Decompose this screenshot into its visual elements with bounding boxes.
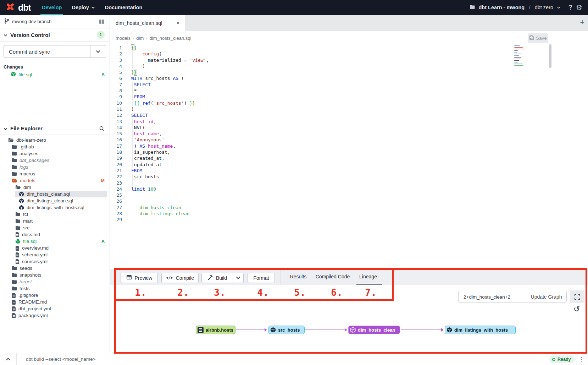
tree-item-dbt-packages[interactable]: dbt_packages (0, 157, 110, 164)
line-number: 15 (110, 131, 122, 137)
line-number: 10 (110, 100, 122, 106)
folder-icon (12, 171, 17, 176)
tree-item-sources-yml[interactable]: sources.yml (0, 258, 110, 265)
version-control-title: Version Control (10, 32, 50, 38)
code-line: 9 FROM (110, 94, 536, 100)
tree-item--github[interactable]: .github (0, 143, 110, 150)
lineage-filter-input[interactable] (458, 291, 526, 303)
format-button[interactable]: Format (248, 273, 275, 283)
kebab-menu-icon[interactable]: ⋮ (578, 356, 584, 363)
commit-options-chevron[interactable] (90, 45, 106, 58)
environment-selector[interactable]: dbt zero (535, 5, 553, 10)
tree-item-src[interactable]: src (0, 224, 110, 231)
help-icon[interactable]: ? (568, 4, 572, 11)
tree-item-snapshots[interactable]: snapshots (0, 272, 110, 278)
tree-item-mart[interactable]: mart (0, 218, 110, 224)
version-control-header[interactable]: Version Control 1 (0, 28, 110, 42)
tree-item-dbt-learn-zero[interactable]: dbt-learn-zero (0, 137, 110, 143)
command-hint: dbt build --select <model_name> (26, 356, 96, 362)
tree-item-dbt-project-yml[interactable]: dbt_project.yml (0, 305, 110, 312)
close-icon[interactable]: × (176, 20, 180, 27)
line-number: 24 (110, 186, 122, 192)
tab-results[interactable]: Results (290, 274, 307, 279)
tree-item-readme-md[interactable]: README.md (0, 299, 110, 305)
tree-item-overview-md[interactable]: overview.md (0, 245, 110, 251)
tree-item-dim[interactable]: dim (0, 184, 110, 191)
tree-item-dim-hosts-clean-sql[interactable]: dim_hosts_clean.sql (0, 191, 110, 197)
build-button[interactable]: Build (201, 273, 233, 283)
changed-file-row[interactable]: file.sql A (0, 71, 110, 78)
settings-gear-icon[interactable]: ⚙ (576, 3, 582, 12)
file-icon (12, 306, 16, 311)
nav-documentation[interactable]: Documentation (100, 0, 148, 15)
tree-item-file-sql[interactable]: file.sqlA (0, 238, 110, 245)
tree-item-docs-md[interactable]: docs.md (0, 231, 110, 238)
fullscreen-button[interactable] (570, 290, 584, 303)
reset-view-icon[interactable]: ↺ (573, 305, 580, 314)
git-branch-icon (4, 18, 9, 25)
account-name[interactable]: dbt Learn - mwong (479, 5, 525, 10)
build-options-chevron[interactable] (233, 273, 244, 283)
tree-item-analyses[interactable]: analyses (0, 150, 110, 157)
tree-item-schema-yml[interactable]: schema.yml (0, 251, 110, 258)
save-button[interactable]: Save (528, 33, 548, 43)
tree-item-target[interactable]: target (0, 278, 110, 285)
code-line: 5}} (110, 69, 536, 75)
line-number: 17 (110, 143, 122, 149)
compile-button[interactable]: </> Compile (161, 273, 199, 283)
tree-item-dim-listings-with-hosts-sql[interactable]: dim_listings_with_hosts.sql (0, 204, 110, 211)
tree-item-models[interactable]: modelsM (0, 177, 110, 184)
chevron-up-icon[interactable] (0, 358, 16, 361)
save-floppy-icon (529, 35, 534, 41)
code-editor[interactable]: 1{{2 config(3 materialized = 'view',4 )5… (110, 45, 536, 223)
line-number: 11 (110, 106, 122, 112)
tree-item-logs[interactable]: logs (0, 164, 110, 170)
brand[interactable]: dbt (0, 1, 37, 13)
code-line: 24limit 100 (110, 186, 536, 192)
new-tab-icon[interactable]: + (580, 18, 584, 27)
tree-item-tests[interactable]: tests (0, 285, 110, 292)
search-icon[interactable] (99, 126, 105, 131)
file-icon (15, 252, 20, 257)
update-graph-button[interactable]: Update Graph (526, 291, 567, 303)
chevron-down-icon[interactable] (557, 6, 561, 9)
file-explorer-header[interactable]: File Explorer (0, 122, 110, 135)
nav-deploy[interactable]: Deploy (67, 0, 100, 15)
folder-icon (15, 212, 21, 217)
preview-button[interactable]: Preview (121, 273, 158, 283)
toolbar-divider (280, 269, 281, 285)
lineage-edge (236, 329, 265, 330)
tree-item-label: snapshots (20, 272, 41, 278)
tree-item--gitignore[interactable]: .gitignore (0, 292, 110, 299)
tree-item-seeds[interactable]: seeds (0, 265, 110, 272)
tree-item-label: seeds (20, 266, 32, 271)
main-nav: Develop Deploy Documentation (37, 0, 147, 15)
scrollbar-thumb[interactable] (549, 44, 551, 68)
line-number: 5 (110, 69, 122, 75)
lineage-node-dim-listings-with-hosts[interactable]: dim_listings_with_hosts (445, 326, 516, 334)
tree-item-packages-yml[interactable]: packages.yml (0, 312, 110, 319)
tree-item-label: dbt_project.yml (18, 306, 51, 311)
lineage-node-airbnb-hosts[interactable]: airbnb.hosts (196, 326, 235, 334)
line-number: 20 (110, 162, 122, 168)
editor-tab[interactable]: dim_hosts_clean.sql × (110, 15, 185, 31)
tab-compiled-code[interactable]: Compiled Code (316, 274, 350, 279)
commit-split-button: Commit and sync (4, 45, 106, 58)
line-number: 8 (110, 88, 122, 94)
line-number: 25 (110, 192, 122, 198)
tree-item-macros[interactable]: macros (0, 170, 110, 177)
commit-and-sync-button[interactable]: Commit and sync (4, 45, 90, 58)
editor-pane: dim_hosts_clean.sql × + models › dim › d… (110, 15, 588, 269)
lineage-node-dim-hosts-clean[interactable]: dim_hosts_clean (348, 326, 400, 334)
nav-develop[interactable]: Develop (37, 0, 67, 15)
lineage-edge (401, 329, 441, 330)
docs-book-icon[interactable] (99, 19, 105, 24)
tree-item-label: tests (20, 286, 30, 291)
tree-item-fct[interactable]: fct (0, 211, 110, 218)
minimap[interactable] (514, 45, 526, 67)
tab-lineage[interactable]: Lineage (359, 274, 377, 279)
tree-item-dim-listings-clean-sql[interactable]: dim_listings_clean.sql (0, 197, 110, 204)
line-number: 27 (110, 205, 122, 211)
lineage-node-src-hosts[interactable]: src_hosts (268, 326, 305, 334)
tree-item-label: dbt-learn-zero (16, 137, 46, 143)
